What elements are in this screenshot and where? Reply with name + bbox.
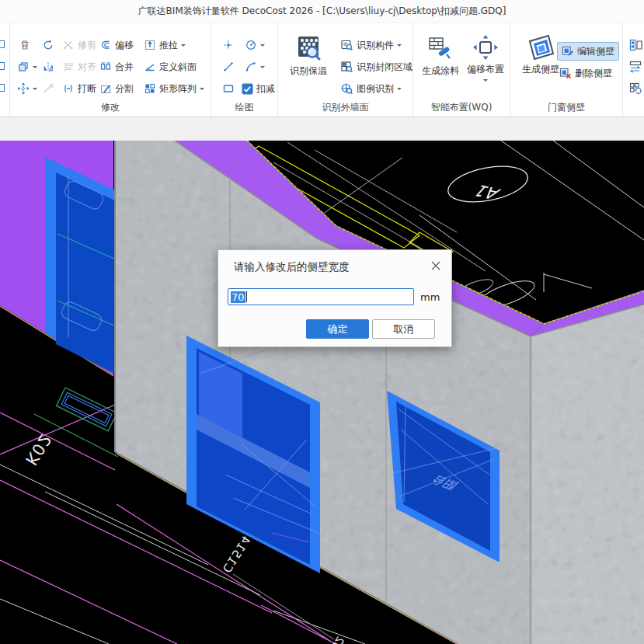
scene-canvas: A1 K02 C1514 6 xyxy=(0,141,644,644)
merge-button[interactable]: 合并 xyxy=(99,57,134,76)
push-pull-icon xyxy=(144,39,156,51)
offset-layout-icon xyxy=(472,34,499,61)
insulation-icon xyxy=(296,36,321,62)
legend-recognize-icon xyxy=(340,82,353,95)
mirror-icon xyxy=(42,61,54,73)
mirror-button[interactable] xyxy=(42,57,54,76)
delete-button[interactable] xyxy=(19,36,31,54)
clipped-icon[interactable] xyxy=(0,84,5,92)
dropdown-caret xyxy=(33,66,37,71)
dropdown-caret xyxy=(33,88,37,92)
rotate-button[interactable] xyxy=(42,36,54,54)
draw-circle-button[interactable] xyxy=(245,36,265,54)
trim-icon xyxy=(62,39,75,51)
rect-array-button[interactable]: 矩形阵列 xyxy=(144,79,204,98)
clipped-panel-button[interactable] xyxy=(629,36,643,54)
ok-button[interactable]: 确定 xyxy=(306,319,369,339)
dropdown-caret xyxy=(397,44,402,49)
circle-icon xyxy=(245,39,257,51)
merge-icon xyxy=(99,61,112,73)
dropdown-caret xyxy=(397,88,402,92)
width-input[interactable]: 70 xyxy=(228,288,414,305)
ribbon-group-smart: 生成涂料 偏移布置 智能布置(WQ) xyxy=(413,23,510,117)
legend-recognize-button[interactable]: 图例识别 xyxy=(340,79,402,98)
offset-layout-button[interactable]: 偏移布置 xyxy=(463,34,508,84)
clipped-grid-button[interactable] xyxy=(629,79,643,98)
offset-icon xyxy=(99,39,112,51)
ribbon-group-modify: 修剪 偏移 推拉 xyxy=(10,23,211,117)
clipped-swap-icon xyxy=(629,61,643,73)
clipped-icon[interactable] xyxy=(0,62,5,70)
edit-sidewall-button[interactable]: 编辑侧壁 xyxy=(557,42,619,61)
recognize-closed-region-button[interactable]: 识别封闭区域 xyxy=(340,57,413,76)
align-icon xyxy=(62,61,75,73)
recognize-closed-region-icon xyxy=(340,61,353,73)
point-icon xyxy=(222,39,235,51)
recognize-component-button[interactable]: 识别构件 xyxy=(340,36,402,54)
checkbox-checked-icon xyxy=(242,83,253,95)
group-label-recognize: 识别外墙面 xyxy=(278,101,413,114)
title-bar: 广联达BIM装饰计量软件 DecoCost 2026 - [C:\Users\l… xyxy=(0,0,644,23)
draw-point-button[interactable] xyxy=(222,36,235,54)
clipped-swap-button[interactable] xyxy=(629,57,643,76)
rectangle-icon xyxy=(222,82,235,95)
dropdown-caret xyxy=(181,44,186,49)
draw-rect-button[interactable] xyxy=(222,79,235,98)
push-pull-button[interactable]: 推拉 xyxy=(144,36,186,54)
group-label-modify: 修改 xyxy=(10,101,211,114)
dropdown-caret xyxy=(260,66,265,71)
dropdown-caret xyxy=(483,79,488,84)
group-label-smart: 智能布置(WQ) xyxy=(413,101,510,114)
close-icon xyxy=(431,261,440,270)
copy-icon xyxy=(17,61,30,73)
move-icon xyxy=(17,82,30,95)
align-button[interactable]: 对齐 xyxy=(62,57,96,76)
bevel-icon xyxy=(144,61,156,73)
dropdown-caret xyxy=(200,88,204,92)
rect-array-icon xyxy=(144,82,156,95)
arc-icon xyxy=(245,61,257,73)
extend-button[interactable] xyxy=(42,79,54,98)
generate-sidewall-icon xyxy=(527,34,555,61)
deduct-checkbox[interactable]: 扣减 xyxy=(242,79,275,98)
unit-label: mm xyxy=(420,291,440,303)
clipped-panel-icon xyxy=(629,39,643,51)
extend-icon xyxy=(42,82,54,95)
generate-paint-icon xyxy=(428,36,453,62)
group-label-draw: 绘图 xyxy=(211,101,277,114)
dialog-close-button[interactable] xyxy=(429,259,443,273)
ribbon-toolbar: 修剪 偏移 推拉 xyxy=(0,23,644,117)
draw-line-button[interactable] xyxy=(222,57,235,76)
generate-paint-button[interactable]: 生成涂料 xyxy=(418,36,463,78)
move-button[interactable] xyxy=(17,79,37,98)
clipped-grid-icon xyxy=(629,82,643,95)
sidewall-width-dialog: 请输入修改后的侧壁宽度 70 mm 确定 取消 xyxy=(218,249,452,347)
recognize-insulation-button[interactable]: 识别保温 xyxy=(284,36,332,78)
dropdown-caret xyxy=(260,44,265,49)
copy-button[interactable] xyxy=(17,57,37,76)
delete-sidewall-icon xyxy=(559,67,572,79)
dialog-title: 请输入修改后的侧壁宽度 xyxy=(234,260,350,274)
trash-icon xyxy=(19,39,31,51)
trim-button[interactable]: 修剪 xyxy=(62,36,96,54)
input-selected-text: 70 xyxy=(231,291,245,303)
offset-button[interactable]: 偏移 xyxy=(99,36,134,54)
define-bevel-button[interactable]: 定义斜面 xyxy=(144,57,197,76)
delete-sidewall-button[interactable]: 删除侧壁 xyxy=(559,64,612,82)
ribbon-group-draw: 扣减 绘图 xyxy=(211,23,278,117)
break-icon xyxy=(62,82,75,95)
ribbon-group-sidewall: 生成侧壁 编辑侧壁 删除侧壁 门窗侧壁 xyxy=(510,23,623,117)
split-button[interactable]: 分割 xyxy=(99,79,134,98)
text-cursor xyxy=(246,291,247,302)
ribbon-group-recognize: 识别保温 识别构件 识别封闭区域 xyxy=(278,23,413,117)
group-label-sidewall: 门窗侧壁 xyxy=(510,101,622,114)
split-icon xyxy=(99,82,112,95)
edit-sidewall-icon xyxy=(562,45,574,57)
viewport-3d[interactable]: A1 K02 C1514 6 xyxy=(0,141,644,644)
draw-arc-button[interactable] xyxy=(245,57,265,76)
ribbon-group-partial-left xyxy=(0,23,10,117)
application-window: 广联达BIM装饰计量软件 DecoCost 2026 - [C:\Users\l… xyxy=(0,0,644,644)
cancel-button[interactable]: 取消 xyxy=(372,319,435,339)
break-button[interactable]: 打断 xyxy=(62,79,96,98)
clipped-icon[interactable] xyxy=(0,40,5,48)
